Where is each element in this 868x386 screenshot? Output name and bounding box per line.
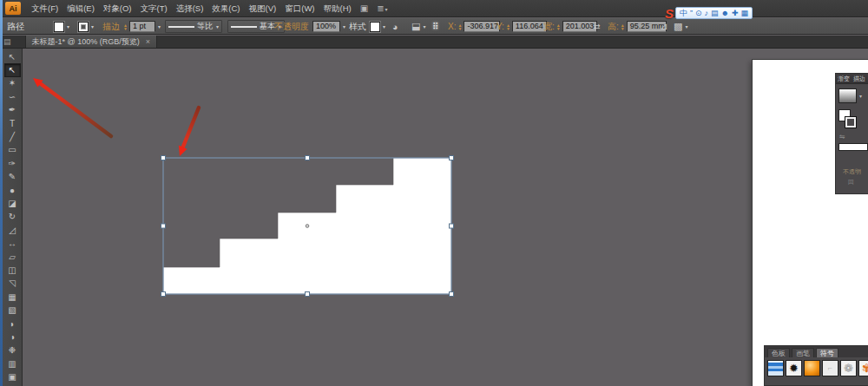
align-icon[interactable]: ⬓ — [411, 21, 420, 32]
gradient-ramp[interactable] — [838, 143, 868, 151]
gradient-tool[interactable]: ▧ — [4, 304, 21, 317]
symbol-orange-flower[interactable]: ✾ — [858, 360, 868, 376]
menu-effect[interactable]: 效果(C) — [207, 0, 244, 17]
symbol-blank[interactable]: ⌐ — [822, 360, 838, 376]
menu-edit[interactable]: 编辑(E) — [62, 0, 99, 17]
chevron-down-icon[interactable]: ▾ — [859, 93, 862, 99]
paintbrush-tool[interactable]: ✑ — [4, 157, 21, 170]
selection-handle[interactable] — [161, 224, 166, 228]
blob-brush-tool[interactable]: ● — [4, 184, 21, 197]
arrange-documents-icon[interactable]: ▣ — [356, 3, 372, 13]
perspective-grid-tool[interactable]: ◹ — [4, 278, 21, 291]
document-tab[interactable]: 未标题-1* @ 100% (RGB/预览) × — [25, 36, 157, 48]
fill-color-swatch[interactable] — [54, 22, 64, 32]
selection-handle[interactable] — [161, 292, 166, 297]
stroke-weight-field[interactable]: 1 pt — [129, 21, 155, 32]
width-stepper[interactable]: ▲▼ — [556, 23, 561, 30]
menu-window[interactable]: 窗口(W) — [280, 0, 319, 17]
selection-handle[interactable] — [450, 224, 454, 228]
width-tool[interactable]: ↔ — [4, 237, 21, 250]
keyboard-icon[interactable]: ▤ — [711, 7, 719, 19]
tab-brushes[interactable]: 画笔 — [792, 348, 814, 357]
gradient-thumbnail[interactable] — [838, 88, 857, 103]
style-swatch[interactable] — [370, 22, 380, 32]
rotate-tool[interactable]: ↻ — [4, 211, 21, 224]
line-segment-tool[interactable]: ╱ — [4, 130, 21, 143]
y-field[interactable]: 116.064 — [512, 21, 547, 32]
stroke-weight-stepper[interactable]: ▲▼ — [123, 23, 128, 30]
symbol-ink-splat[interactable]: ✹ — [786, 360, 802, 376]
selection-tool[interactable]: ↖ — [4, 50, 21, 63]
reference-point-locator-icon[interactable]: ⠿ — [432, 22, 438, 31]
x-field[interactable]: -306.917 — [464, 21, 500, 32]
grid-icon[interactable]: ▦ — [741, 7, 749, 19]
chevron-down-icon[interactable]: ▾ — [383, 23, 385, 29]
reverse-gradient-icon[interactable]: ⇋ — [839, 133, 845, 141]
link-dimensions-icon[interactable]: ⇄ — [594, 23, 601, 31]
opacity-panel-link[interactable]: 不透明度 — [274, 21, 309, 33]
eraser-tool[interactable]: ◪ — [4, 197, 21, 210]
person-icon[interactable]: ☻ — [721, 7, 729, 19]
selection-handle[interactable] — [450, 156, 454, 160]
punctuation-icon[interactable]: ” — [690, 7, 693, 19]
chinese-mode-icon[interactable]: 中 — [680, 7, 687, 19]
scale-tool[interactable]: ◿ — [4, 224, 21, 237]
menu-file[interactable]: 文件(F) — [27, 0, 62, 17]
menu-type[interactable]: 文字(T) — [136, 0, 172, 17]
symbol-orange-sphere[interactable] — [804, 360, 820, 376]
x-stepper[interactable]: ▲▼ — [457, 23, 462, 30]
shear-icon[interactable]: ⊿ — [660, 21, 667, 32]
recolor-artwork-icon[interactable]: ◕ — [392, 22, 398, 32]
selection-handle[interactable] — [306, 156, 310, 160]
gradient-panel-tab[interactable]: 渐变 — [838, 75, 850, 83]
mic-icon[interactable]: ♪ — [705, 7, 709, 19]
sogou-logo-icon[interactable]: S — [665, 6, 674, 21]
opacity-field[interactable]: 100% — [312, 21, 340, 32]
tab-swatches[interactable]: 色板 — [767, 348, 790, 357]
column-graph-tool[interactable]: ▥ — [4, 357, 21, 370]
width-profile-select[interactable]: 等比 ▾ — [165, 20, 222, 33]
stroke-indicator-swatch[interactable] — [845, 117, 856, 128]
chevron-down-icon[interactable]: ▾ — [685, 23, 687, 29]
stroke-panel-tab[interactable]: 描边 — [853, 75, 865, 83]
staircase-shape[interactable] — [163, 158, 451, 294]
symbol-blue-stripes[interactable] — [767, 360, 784, 376]
chevron-down-icon[interactable]: ▾ — [91, 23, 94, 29]
stroke-panel-link[interactable]: 描边 — [102, 21, 120, 33]
chevron-down-icon[interactable]: ▾ — [343, 23, 345, 29]
blend-tool[interactable]: ◑ — [4, 330, 21, 343]
rectangle-tool[interactable]: ▭ — [4, 144, 21, 157]
selection-handle[interactable] — [161, 156, 166, 160]
toolbox-icon[interactable]: ✚ — [732, 7, 739, 19]
selection-handle[interactable] — [306, 292, 310, 297]
workspace-switcher-icon[interactable]: ≣▾ — [372, 3, 391, 13]
isolate-selected-object-icon[interactable]: ▩ — [674, 21, 682, 32]
selection-handle[interactable] — [450, 292, 454, 297]
stroke-color-swatch[interactable] — [78, 22, 89, 32]
direct-selection-tool[interactable]: ↖ — [4, 63, 21, 76]
menu-help[interactable]: 帮助(H) — [319, 0, 356, 17]
eyedropper-tool[interactable]: ◗ — [4, 317, 21, 330]
magic-wand-tool[interactable]: ✶ — [4, 77, 21, 90]
y-stepper[interactable]: ▲▼ — [506, 23, 510, 30]
tab-symbols[interactable]: 符号 — [816, 348, 838, 357]
chevron-down-icon[interactable]: ▾ — [423, 23, 425, 29]
lasso-tool[interactable]: ∽ — [4, 90, 21, 103]
menu-object[interactable]: 对象(O) — [99, 0, 136, 17]
pencil-tool[interactable]: ✎ — [4, 171, 21, 184]
type-tool[interactable]: T — [4, 117, 21, 130]
close-icon[interactable]: × — [146, 37, 150, 46]
chevron-down-icon[interactable]: ▾ — [158, 23, 161, 29]
symbol-sprayer-tool[interactable]: ❉ — [4, 344, 21, 357]
shape-builder-tool[interactable]: ◫ — [4, 264, 21, 277]
mesh-tool[interactable]: ▦ — [4, 291, 21, 304]
artboard-tool[interactable]: ▣ — [4, 370, 21, 383]
symbol-gray-flower[interactable]: ❁ — [840, 360, 857, 376]
menu-select[interactable]: 选择(S) — [172, 0, 208, 17]
height-stepper[interactable]: ▲▼ — [621, 23, 625, 30]
pen-tool[interactable]: ✒ — [4, 104, 21, 117]
width-field[interactable]: 201.003 — [562, 21, 597, 32]
free-transform-tool[interactable]: ▱ — [4, 251, 21, 264]
menu-view[interactable]: 视图(V) — [245, 0, 281, 17]
chevron-down-icon[interactable]: ▾ — [67, 23, 69, 29]
